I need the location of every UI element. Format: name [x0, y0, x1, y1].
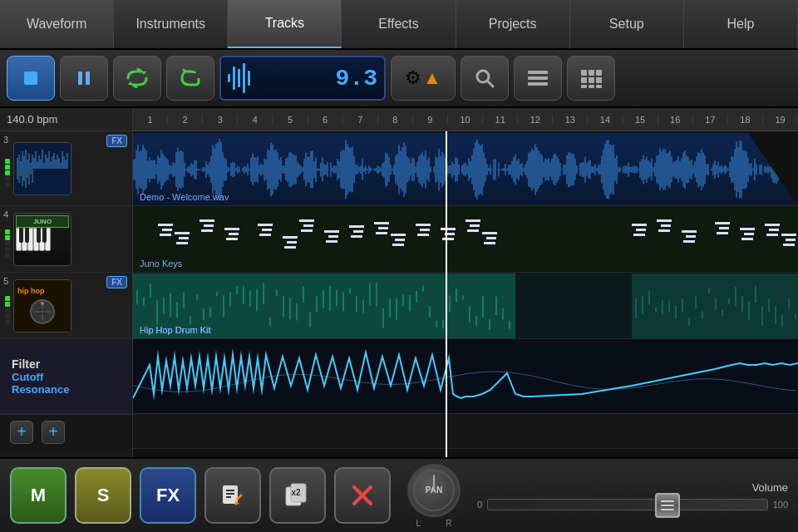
solo-button[interactable]: S [75, 467, 131, 524]
filter-track-lane[interactable] [133, 339, 798, 414]
pan-knob[interactable]: PAN [407, 464, 461, 517]
drums-pattern-canvas [133, 273, 798, 338]
ruler-14: 14 [588, 115, 623, 125]
list-view-button[interactable] [514, 56, 562, 101]
volume-min-label: 0 [477, 500, 482, 510]
filter-automation-canvas [133, 340, 798, 413]
gear-icon: ⚙ [405, 67, 421, 89]
metronome-icon: ▲ [423, 67, 441, 89]
volume-control: Volume 0 100 [477, 481, 788, 510]
svg-rect-16 [581, 85, 587, 88]
main-toolbar: 9.3 ⚙ ▲ [0, 50, 798, 108]
edit-icon [218, 480, 248, 510]
hiphop-thumbnail-svg: hip hop [14, 280, 71, 332]
svg-text:hip hop: hip hop [17, 287, 45, 295]
volume-thumb[interactable] [655, 493, 680, 518]
filter-title: Filter [12, 357, 69, 371]
top-navigation: Waveform Instruments Tracks Effects Proj… [0, 0, 798, 50]
svg-line-6 [487, 81, 493, 86]
track-3-meter [5, 159, 10, 187]
svg-rect-14 [589, 77, 594, 83]
svg-rect-10 [581, 70, 587, 76]
add-track-button[interactable]: + [10, 421, 33, 444]
nav-waveform[interactable]: Waveform [0, 0, 114, 48]
audio-track-name: Demo - Welcome.wav [140, 192, 229, 202]
stop-button[interactable] [7, 56, 55, 101]
svg-marker-3 [141, 71, 146, 75]
search-button[interactable] [461, 56, 509, 101]
track-5-thumbnail[interactable]: hip hop [13, 279, 71, 332]
bpm-display: 140.0 bpm [0, 108, 132, 131]
add-automation-button[interactable]: + [42, 421, 65, 444]
filter-labels: Filter Cutoff Resonance [12, 357, 69, 396]
ruler-numbers: 1 2 3 4 5 6 7 8 9 10 11 12 13 14 15 16 1… [133, 115, 798, 125]
drums-track-lane[interactable]: Hip Hop Drum Kit [133, 273, 798, 339]
nav-effects[interactable]: Effects [342, 0, 456, 48]
ruler-13: 13 [553, 115, 588, 125]
timeline-area: 1 2 3 4 5 6 7 8 9 10 11 12 13 14 15 16 1… [133, 108, 798, 457]
svg-text:x2: x2 [291, 488, 301, 497]
track-4-meter [5, 229, 10, 258]
delete-icon [347, 480, 377, 510]
ruler-12: 12 [518, 115, 553, 125]
undo-button[interactable] [166, 56, 214, 101]
svg-rect-8 [528, 76, 548, 80]
ruler-3: 3 [203, 115, 238, 125]
pan-lr-labels: L R [416, 519, 452, 528]
duplicate-icon: x2 [283, 480, 313, 510]
grid-view-button[interactable] [567, 56, 615, 101]
pause-button[interactable] [60, 56, 108, 101]
track-3-number: 3 [3, 135, 8, 145]
empty-track-lane [133, 414, 798, 449]
tracks-content: Demo - Welcome.wav Juno Keys Hip Hop Dru… [133, 131, 798, 457]
ruler-2: 2 [168, 115, 203, 125]
filter-cutoff-label: Cutoff [12, 371, 69, 383]
volume-max-label: 100 [773, 500, 788, 510]
nav-tracks[interactable]: Tracks [228, 0, 342, 48]
drums-track-name: Hip Hop Drum Kit [140, 325, 211, 335]
nav-setup[interactable]: Setup [570, 0, 684, 48]
duplicate-button[interactable]: x2 [269, 467, 326, 524]
midi-track-name: Juno Keys [140, 259, 182, 268]
ruler-15: 15 [623, 115, 658, 125]
svg-rect-15 [596, 77, 602, 83]
ruler-17: 17 [693, 115, 728, 125]
bar-indicator [228, 63, 250, 93]
metronome-settings-button[interactable]: ⚙ ▲ [391, 56, 456, 101]
audio-track-lane[interactable]: Demo - Welcome.wav [133, 131, 798, 206]
track-4-thumbnail[interactable]: JUNO [13, 213, 71, 266]
volume-track[interactable] [487, 499, 768, 510]
edit-button[interactable] [204, 467, 261, 524]
svg-rect-1 [78, 71, 82, 85]
mute-button[interactable]: M [10, 467, 66, 524]
add-track-row: + + [0, 414, 132, 449]
nav-help[interactable]: Help [684, 0, 798, 48]
volume-slider-container: 0 100 [477, 499, 788, 510]
ruler-1: 1 [133, 115, 168, 125]
loop-button[interactable] [113, 56, 161, 101]
track-5-number: 5 [3, 276, 8, 286]
timeline-ruler: 1 2 3 4 5 6 7 8 9 10 11 12 13 14 15 16 1… [133, 108, 798, 131]
midi-track-lane[interactable]: Juno Keys [133, 206, 798, 273]
nav-instruments[interactable]: Instruments [114, 0, 228, 48]
track-3-fx-badge[interactable]: FX [106, 135, 127, 147]
ruler-7: 7 [343, 115, 378, 125]
track-3-thumbnail[interactable] [13, 142, 71, 195]
svg-rect-12 [596, 70, 602, 76]
fx-button[interactable]: FX [140, 467, 196, 524]
track-4-number: 4 [3, 209, 8, 219]
audio-waveform-canvas [133, 133, 798, 206]
pan-right-label: R [446, 519, 451, 528]
waveform-thumbnail-svg [14, 143, 71, 195]
delete-button[interactable] [334, 467, 391, 524]
ruler-10: 10 [448, 115, 483, 125]
svg-rect-9 [528, 82, 548, 86]
playhead [446, 131, 447, 457]
nav-projects[interactable]: Projects [456, 0, 570, 48]
volume-title: Volume [477, 481, 788, 494]
svg-rect-11 [589, 70, 594, 76]
filter-resonance-label: Resonance [12, 383, 69, 396]
track-5-fx-badge[interactable]: FX [106, 276, 127, 288]
filter-track-header: Filter Cutoff Resonance [0, 339, 132, 414]
ruler-6: 6 [308, 115, 343, 125]
